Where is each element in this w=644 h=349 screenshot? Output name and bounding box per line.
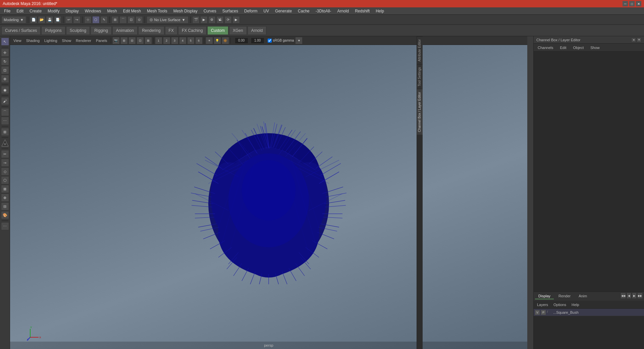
bridge-btn[interactable]: ⊠: [1, 185, 9, 193]
paint-btn[interactable]: ✎: [100, 16, 108, 23]
vp-frame-btn[interactable]: ⊟: [128, 37, 136, 44]
vp-fit-btn[interactable]: ⊞: [120, 37, 128, 44]
quad-draw-btn[interactable]: ⊟: [1, 202, 9, 210]
shelf-tab-arnold[interactable]: Arnold: [248, 26, 267, 35]
vp-display-5[interactable]: 5: [187, 37, 195, 44]
lasso-btn[interactable]: ⬡: [92, 16, 100, 23]
viewport-show-menu[interactable]: Show: [60, 38, 73, 43]
curve-tool-btn[interactable]: ⌒: [1, 108, 9, 116]
snap-view-btn[interactable]: ⊙: [136, 16, 143, 23]
shelf-tab-rigging[interactable]: Rigging: [91, 26, 112, 35]
vp-display-1[interactable]: 1: [155, 37, 162, 44]
shelf-tab-sculpting[interactable]: Sculpting: [66, 26, 90, 35]
menu-generate[interactable]: Generate: [272, 8, 294, 14]
menu-windows[interactable]: Windows: [82, 8, 104, 14]
connect-btn[interactable]: ⊸: [1, 159, 9, 167]
shelf-tab-curves-surfaces[interactable]: Curves / Surfaces: [1, 26, 41, 35]
viewport[interactable]: View Shading Lighting Show Renderer Pane…: [10, 36, 527, 349]
snap-grid-btn[interactable]: ⊞: [111, 16, 119, 23]
rotate-tool-btn[interactable]: ↻: [1, 57, 9, 65]
menu-create[interactable]: Create: [27, 8, 44, 14]
channel-box-expand-btn[interactable]: ◂: [631, 38, 636, 42]
layer-scroll-right-btn[interactable]: ▶▶: [637, 293, 643, 299]
boolean-btn[interactable]: ⊕: [1, 194, 9, 202]
close-button[interactable]: ✕: [636, 1, 641, 6]
attribute-editor-tab[interactable]: Attribute Editor: [417, 36, 423, 64]
menu-edit[interactable]: Edit: [14, 8, 26, 14]
vp-display-6[interactable]: 6: [195, 37, 203, 44]
universal-tool-btn[interactable]: ⊕: [1, 75, 9, 83]
multi-cut-btn[interactable]: ✂: [1, 150, 9, 158]
menu-edit-mesh[interactable]: Edit Mesh: [120, 8, 144, 14]
layer-tab-render[interactable]: Render: [555, 293, 574, 299]
menu-display[interactable]: Display: [63, 8, 81, 14]
vp-wireframe-btn[interactable]: ⊠: [145, 37, 152, 44]
render-extra-btn[interactable]: ▶: [232, 16, 240, 23]
shelf-tab-rendering[interactable]: Rendering: [138, 26, 164, 35]
channel-box-tab[interactable]: Channel Box / Layer Editor: [417, 89, 423, 135]
save-as-btn[interactable]: 📑: [54, 16, 61, 23]
layer-visibility-btn[interactable]: V: [535, 310, 540, 315]
scale-tool-btn[interactable]: ⊡: [1, 66, 9, 74]
cb-tab-show[interactable]: Show: [588, 45, 602, 50]
menu-curves[interactable]: Curves: [201, 8, 219, 14]
vp-display-2[interactable]: 2: [163, 37, 170, 44]
open-btn[interactable]: 📂: [38, 16, 45, 23]
shelf-tab-fx-caching[interactable]: FX Caching: [178, 26, 207, 35]
render-seq-btn[interactable]: 📽: [216, 16, 224, 23]
shelf-tab-fx[interactable]: FX: [165, 26, 177, 35]
translate-y-input[interactable]: [251, 38, 264, 44]
layer-scroll-prev-btn[interactable]: ◀: [627, 293, 631, 299]
snap-point-btn[interactable]: ⊡: [127, 16, 135, 23]
menu-modify[interactable]: Modify: [45, 8, 62, 14]
vp-lighting-3[interactable]: 🔆: [222, 37, 229, 44]
select-tool-btn[interactable]: ↖: [1, 38, 9, 46]
ipr-btn[interactable]: ▶: [200, 16, 208, 23]
vp-display-3[interactable]: 3: [171, 37, 178, 44]
layer-tab-anim[interactable]: Anim: [575, 293, 590, 299]
vp-camera-btn[interactable]: 📷: [112, 37, 120, 44]
maximize-button[interactable]: □: [629, 1, 635, 6]
viewport-view-menu[interactable]: View: [11, 38, 23, 43]
sculpt-btn[interactable]: 🖌: [1, 97, 9, 105]
menu-uv[interactable]: UV: [261, 8, 272, 14]
channel-box-close-btn[interactable]: ✕: [637, 38, 641, 42]
shelf-tab-animation[interactable]: Animation: [112, 26, 138, 35]
vp-grid-btn[interactable]: ⊡: [137, 37, 144, 44]
layer-scroll-left-btn[interactable]: ◀◀: [621, 293, 626, 299]
save-btn[interactable]: 💾: [46, 16, 53, 23]
new-file-btn[interactable]: 📄: [30, 16, 37, 23]
menu-mesh-tools[interactable]: Mesh Tools: [144, 8, 170, 14]
refresh-btn[interactable]: ⟳: [224, 16, 232, 23]
minimize-button[interactable]: ─: [623, 1, 628, 6]
vp-lighting-1[interactable]: ☀: [206, 37, 213, 44]
menu-cache[interactable]: Cache: [295, 8, 312, 14]
viewport-lighting-menu[interactable]: Lighting: [42, 38, 59, 43]
translate-x-input[interactable]: [235, 38, 248, 44]
menu-mesh[interactable]: Mesh: [104, 8, 119, 14]
menu-mesh-display[interactable]: Mesh Display: [171, 8, 200, 14]
shelf-tab-polygons[interactable]: Polygons: [41, 26, 65, 35]
shelf-tab-custom[interactable]: Custom: [207, 26, 228, 35]
options-menu[interactable]: Options: [551, 302, 568, 307]
undo-btn[interactable]: ↩: [65, 16, 72, 23]
layer-tab-display[interactable]: Display: [535, 293, 554, 299]
snap-curve-btn[interactable]: ⌒: [119, 16, 127, 23]
more-tools-btn[interactable]: ⋯: [1, 222, 9, 230]
no-live-surface-button[interactable]: ◎ No Live Surface ▼: [147, 16, 189, 23]
gamma-checkbox[interactable]: [268, 39, 272, 43]
viewport-shading-menu[interactable]: Shading: [24, 38, 42, 43]
bevel-btn[interactable]: ◇: [1, 167, 9, 176]
select-btn[interactable]: ⊹: [84, 16, 92, 23]
cb-tab-channels[interactable]: Channels: [535, 45, 556, 50]
cb-tab-object[interactable]: Object: [570, 45, 586, 50]
menu-redshift[interactable]: Redshift: [352, 8, 372, 14]
viewport-panels-menu[interactable]: Panels: [94, 38, 109, 43]
menu-help[interactable]: Help: [373, 8, 387, 14]
shelf-tab-xgen[interactable]: XGen: [229, 26, 247, 35]
layers-menu[interactable]: Layers: [535, 302, 550, 307]
ep-curve-btn[interactable]: ⋯: [1, 117, 9, 125]
mode-dropdown[interactable]: Modeling ▼: [1, 16, 26, 23]
vp-lighting-2[interactable]: 💡: [214, 37, 221, 44]
viewport-content[interactable]: Y X Z persp: [10, 45, 527, 349]
